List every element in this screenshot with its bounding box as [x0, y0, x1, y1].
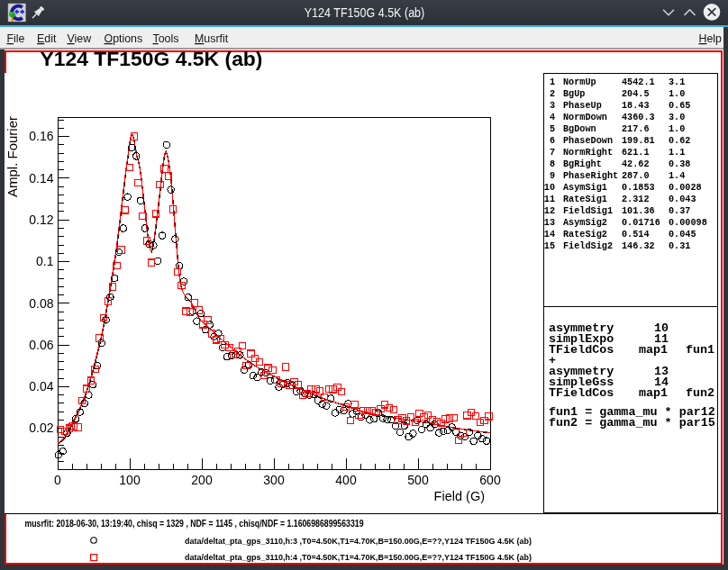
svg-text:621.1: 621.1 [622, 148, 650, 158]
svg-text:0.12: 0.12 [29, 213, 53, 227]
svg-text:13: 13 [544, 218, 555, 228]
svg-text:1.4: 1.4 [669, 171, 685, 181]
svg-text:0.02: 0.02 [29, 421, 53, 435]
svg-text:0.0028: 0.0028 [669, 183, 702, 193]
svg-text:RateSig1: RateSig1 [563, 195, 607, 204]
svg-text:1.0: 1.0 [669, 124, 685, 134]
svg-text:0.38: 0.38 [669, 159, 690, 169]
svg-text:0.31: 0.31 [669, 241, 690, 251]
svg-text:0.16: 0.16 [29, 129, 53, 143]
svg-text:PhaseUp: PhaseUp [563, 101, 602, 111]
svg-text:Musrfit: Musrfit [195, 32, 229, 45]
svg-text:0.65: 0.65 [669, 101, 690, 111]
svg-text:Options: Options [105, 32, 143, 45]
svg-text:101.36: 101.36 [622, 206, 655, 216]
svg-text:3.0: 3.0 [669, 113, 685, 122]
svg-text:200: 200 [191, 473, 213, 487]
svg-text:2: 2 [550, 89, 555, 99]
svg-text:7: 7 [550, 148, 555, 158]
svg-text:600: 600 [479, 473, 501, 487]
svg-text:6: 6 [550, 136, 555, 146]
svg-text:1: 1 [550, 77, 555, 87]
svg-text:10: 10 [544, 183, 555, 193]
svg-text:0.1853: 0.1853 [622, 183, 655, 193]
svg-text:2.312: 2.312 [622, 195, 650, 204]
svg-text:18.43: 18.43 [622, 101, 650, 111]
svg-text:500: 500 [407, 473, 429, 487]
svg-text:TFieldCos: TFieldCos [549, 386, 614, 400]
svg-text:9: 9 [550, 171, 555, 181]
svg-text:3.1: 3.1 [669, 77, 685, 87]
svg-text:PhaseRight: PhaseRight [563, 171, 618, 181]
svg-text:FieldSig1: FieldSig1 [563, 206, 613, 216]
svg-text:0.514: 0.514 [622, 230, 650, 240]
svg-text:0.00098: 0.00098 [669, 218, 707, 228]
svg-text:fun2 = gamma_mu * par15: fun2 = gamma_mu * par15 [549, 416, 715, 430]
svg-text:BgUp: BgUp [563, 89, 585, 99]
svg-text:204.5: 204.5 [622, 89, 650, 99]
svg-text:5: 5 [550, 124, 555, 134]
svg-text:0.045: 0.045 [669, 230, 696, 240]
svg-text:0.1: 0.1 [36, 254, 54, 268]
svg-text:100: 100 [119, 473, 141, 487]
svg-text:RateSig2: RateSig2 [563, 230, 607, 240]
svg-text:musrfit: 2018-06-30, 13:19:40,: musrfit: 2018-06-30, 13:19:40, chisq = 1… [25, 519, 364, 529]
svg-text:4: 4 [550, 113, 555, 122]
svg-text:0.043: 0.043 [669, 195, 696, 204]
svg-text:217.6: 217.6 [622, 124, 650, 134]
svg-text:15: 15 [544, 241, 555, 251]
svg-text:FieldSig2: FieldSig2 [563, 241, 613, 251]
svg-text:8: 8 [550, 159, 555, 169]
svg-text:12: 12 [544, 206, 555, 216]
svg-text:0: 0 [54, 473, 61, 487]
svg-text:287.0: 287.0 [622, 171, 650, 181]
svg-text:map1: map1 [639, 386, 668, 400]
svg-text:TFieldCos: TFieldCos [549, 343, 614, 357]
svg-text:0.37: 0.37 [669, 206, 690, 216]
svg-text:Tools: Tools [153, 32, 179, 45]
svg-text:400: 400 [335, 473, 357, 487]
svg-text:fun1: fun1 [686, 343, 714, 357]
svg-text:Edit: Edit [37, 32, 57, 45]
svg-text:BgRight: BgRight [563, 159, 602, 169]
svg-text:Ampl. Fourier: Ampl. Fourier [5, 116, 20, 197]
svg-text:199.81: 199.81 [622, 136, 655, 146]
svg-text:146.32: 146.32 [622, 241, 655, 251]
svg-text:NormDown: NormDown [563, 113, 607, 122]
svg-text:data/deltat_pta_gps_3110,h:3 ,: data/deltat_pta_gps_3110,h:3 ,T0=4.50K,T… [185, 537, 532, 546]
svg-text:Help: Help [699, 32, 723, 45]
svg-text:AsymSig1: AsymSig1 [563, 183, 607, 193]
svg-text:4542.1: 4542.1 [622, 77, 655, 87]
svg-text:Y124 TF150G 4.5K (ab): Y124 TF150G 4.5K (ab) [41, 48, 263, 70]
svg-text:NormRight: NormRight [563, 148, 613, 158]
svg-text:map1: map1 [639, 343, 668, 357]
svg-text:0.06: 0.06 [29, 338, 53, 352]
svg-text:0.01716: 0.01716 [622, 218, 660, 228]
svg-text:1.0: 1.0 [669, 89, 685, 99]
svg-text:View: View [68, 32, 92, 45]
svg-text:0.62: 0.62 [669, 136, 690, 146]
svg-text:BgDown: BgDown [563, 124, 596, 134]
svg-text:11: 11 [544, 195, 555, 204]
svg-text:Y124 TF150G 4.5K (ab): Y124 TF150G 4.5K (ab) [305, 5, 425, 20]
svg-text:14: 14 [544, 230, 555, 240]
svg-text:fun2: fun2 [686, 386, 714, 400]
svg-text:42.62: 42.62 [622, 159, 650, 169]
svg-text:AsymSig2: AsymSig2 [563, 218, 607, 228]
svg-text:NormUp: NormUp [563, 77, 596, 87]
svg-text:3: 3 [550, 101, 555, 111]
svg-text:1.1: 1.1 [669, 148, 685, 158]
svg-text:0.08: 0.08 [29, 296, 53, 311]
svg-text:PhaseDown: PhaseDown [563, 136, 613, 146]
svg-text:File: File [7, 32, 25, 45]
svg-text:300: 300 [263, 473, 285, 487]
svg-text:4360.3: 4360.3 [622, 113, 655, 122]
svg-text:Field (G): Field (G) [434, 489, 485, 503]
svg-text:data/deltat_pta_gps_3110,h:4 ,: data/deltat_pta_gps_3110,h:4 ,T0=4.50K,T… [185, 553, 532, 562]
svg-text:0.14: 0.14 [29, 171, 53, 185]
svg-text:0.04: 0.04 [29, 379, 53, 394]
